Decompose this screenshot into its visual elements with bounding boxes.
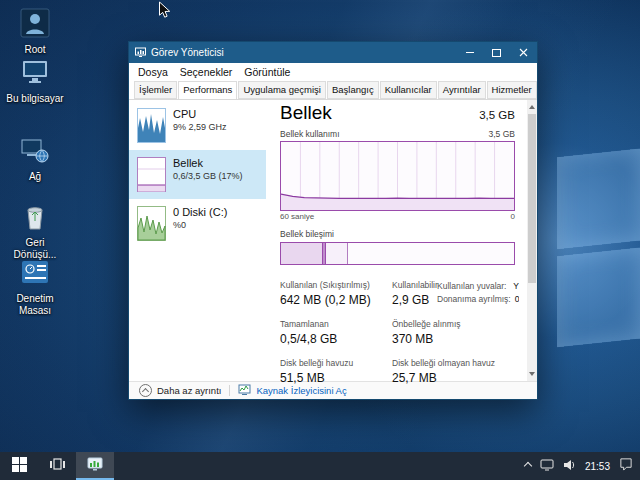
tab-hizmetler[interactable]: Hizmetler bbox=[487, 81, 537, 99]
cpu-mini-chart bbox=[137, 108, 166, 143]
windows-logo-icon bbox=[12, 457, 27, 476]
tab-strip: İşlemler Performans Uygulama geçmişi Baş… bbox=[129, 81, 537, 100]
scrollbar-down-arrow[interactable] bbox=[529, 372, 535, 376]
tab-uygulama-gecmisi[interactable]: Uygulama geçmişi bbox=[238, 81, 326, 99]
start-button[interactable] bbox=[0, 452, 38, 480]
memory-composition-segment-free bbox=[348, 243, 514, 264]
desktop-icon-this-pc[interactable]: Bu bilgisayar bbox=[3, 57, 67, 105]
memory-total: 3,5 GB bbox=[479, 109, 515, 121]
memory-mini-chart bbox=[137, 157, 166, 192]
performance-sidebar: CPU 9% 2,59 GHz Bellek 0,6/3,5 GB (17%) bbox=[129, 100, 266, 381]
menu-item-dosya[interactable]: Dosya bbox=[132, 64, 174, 80]
usage-chart-zero-label: 0 bbox=[511, 212, 515, 221]
stat-disk-bellegi-havuzu: Disk belleği havuzu 51,5 MB bbox=[280, 358, 392, 385]
usage-chart-max: 3,5 GB bbox=[489, 129, 515, 139]
menu-item-secenekler[interactable]: Seçenekler bbox=[174, 64, 239, 80]
stat-disk-bellegi-olmayan-havuz: Disk belleği olmayan havuz 25,7 MB bbox=[392, 358, 515, 385]
recycle-bin-icon bbox=[20, 201, 50, 235]
taskbar-task-manager-button[interactable] bbox=[76, 452, 114, 480]
desktop-icon-network[interactable]: Ağ bbox=[3, 135, 67, 183]
memory-usage-chart bbox=[280, 141, 515, 211]
maximize-button[interactable] bbox=[483, 42, 510, 63]
chevron-up-icon bbox=[524, 462, 532, 470]
task-manager-app-icon bbox=[135, 44, 146, 62]
memory-composition-segment-in-use bbox=[281, 243, 323, 264]
window-title: Görev Yöneticisi bbox=[151, 47, 224, 58]
desktop-icon-label: Bu bilgisayar bbox=[6, 93, 63, 105]
menu-bar: Dosya Seçenekler Görüntüle bbox=[129, 63, 537, 81]
sidebar-item-cpu[interactable]: CPU 9% 2,59 GHz bbox=[129, 101, 266, 150]
menu-item-goruntule[interactable]: Görüntüle bbox=[238, 64, 296, 80]
composition-label: Bellek bileşimi bbox=[280, 229, 515, 239]
task-manager-taskbar-icon bbox=[87, 456, 103, 476]
sidebar-item-name: Bellek bbox=[173, 157, 243, 169]
memory-hardware-stats: Kullanılan yuvalar: Y Donanıma ayrılmış:… bbox=[437, 281, 519, 307]
chevron-circle-icon bbox=[139, 384, 152, 397]
stat-onbellege-alinmis: Önbelleğe alınmış 370 MB bbox=[392, 319, 515, 346]
minimize-button[interactable] bbox=[456, 42, 483, 63]
desktop-icon-label: Ağ bbox=[29, 171, 41, 183]
scrollbar-up-arrow[interactable] bbox=[529, 105, 535, 109]
tab-islemler[interactable]: İşlemler bbox=[134, 81, 177, 99]
close-button[interactable] bbox=[510, 42, 537, 63]
fewer-details-button[interactable]: Daha az ayrıntı bbox=[139, 384, 221, 397]
desktop: Root Bu bilgisayar Ağ Geri Dönüşü... Den… bbox=[0, 0, 640, 480]
tray-display-icon[interactable] bbox=[540, 457, 554, 475]
windows-wallpaper-logo bbox=[557, 139, 640, 347]
desktop-icon-recycle-bin[interactable]: Geri Dönüşü... bbox=[3, 201, 67, 260]
memory-panel: Bellek 3,5 GB Bellek kullanımı 3,5 GB 60… bbox=[266, 100, 527, 381]
control-panel-icon bbox=[20, 257, 50, 291]
stat-tamamlanan: Tamamlanan 0,5/4,8 GB bbox=[280, 319, 392, 346]
panel-title: Bellek bbox=[280, 102, 332, 124]
stat-donanima-ayrilmis: Donanıma ayrılmış: 0. bbox=[437, 294, 519, 304]
stat-kullanilan: Kullanılan (Sıkıştırılmış) 642 MB (0,2 M… bbox=[280, 280, 392, 307]
user-avatar-icon bbox=[20, 8, 50, 42]
scrollbar-thumb[interactable] bbox=[528, 114, 536, 283]
memory-composition-bar bbox=[280, 242, 515, 265]
sidebar-item-detail: %0 bbox=[173, 220, 227, 230]
memory-composition-segment-standby bbox=[326, 243, 348, 264]
tray-volume-icon[interactable] bbox=[563, 457, 576, 475]
tab-ayrintilar[interactable]: Ayrıntılar bbox=[438, 81, 486, 99]
desktop-icon-root[interactable]: Root bbox=[3, 8, 67, 56]
action-center-icon[interactable] bbox=[619, 457, 633, 475]
desktop-icon-label: Denetim Masası bbox=[6, 293, 64, 316]
desktop-icon-control-panel[interactable]: Denetim Masası bbox=[3, 257, 67, 316]
footer-separator bbox=[229, 385, 230, 396]
titlebar[interactable]: Görev Yöneticisi bbox=[129, 42, 537, 63]
taskbar-clock[interactable]: 21:53 bbox=[585, 461, 610, 472]
sidebar-item-name: 0 Diski (C:) bbox=[173, 206, 227, 218]
sidebar-item-name: CPU bbox=[173, 108, 227, 120]
tab-performans[interactable]: Performans bbox=[178, 81, 237, 100]
desktop-icon-label: Root bbox=[24, 44, 45, 56]
tab-baslangic[interactable]: Başlangıç bbox=[327, 81, 379, 99]
memory-stats: Kullanılan (Sıkıştırılmış) 642 MB (0,2 M… bbox=[280, 280, 515, 385]
task-manager-window: Görev Yöneticisi Dosya Seçenekler Görünt… bbox=[128, 41, 538, 400]
network-icon bbox=[20, 135, 50, 169]
usage-chart-time-label: 60 saniye bbox=[280, 212, 314, 221]
sidebar-item-detail: 0,6/3,5 GB (17%) bbox=[173, 171, 243, 181]
tray-show-hidden-icons-button[interactable] bbox=[525, 463, 531, 469]
resource-monitor-icon bbox=[238, 382, 251, 400]
disk-mini-chart bbox=[137, 206, 166, 241]
computer-icon bbox=[20, 57, 50, 91]
sidebar-item-disk-0[interactable]: 0 Diski (C:) %0 bbox=[129, 199, 266, 248]
sidebar-item-memory[interactable]: Bellek 0,6/3,5 GB (17%) bbox=[129, 150, 266, 199]
tab-kullanicilar[interactable]: Kullanıcılar bbox=[380, 81, 437, 99]
usage-chart-label: Bellek kullanımı bbox=[280, 129, 340, 139]
taskbar: 21:53 bbox=[0, 452, 640, 480]
task-view-icon bbox=[49, 456, 66, 476]
mouse-cursor bbox=[158, 1, 171, 24]
sidebar-item-detail: 9% 2,59 GHz bbox=[173, 122, 227, 132]
task-view-button[interactable] bbox=[38, 452, 76, 480]
stat-kullanilan-yuvalar: Kullanılan yuvalar: Y bbox=[437, 281, 519, 291]
scrollbar[interactable] bbox=[527, 100, 537, 381]
